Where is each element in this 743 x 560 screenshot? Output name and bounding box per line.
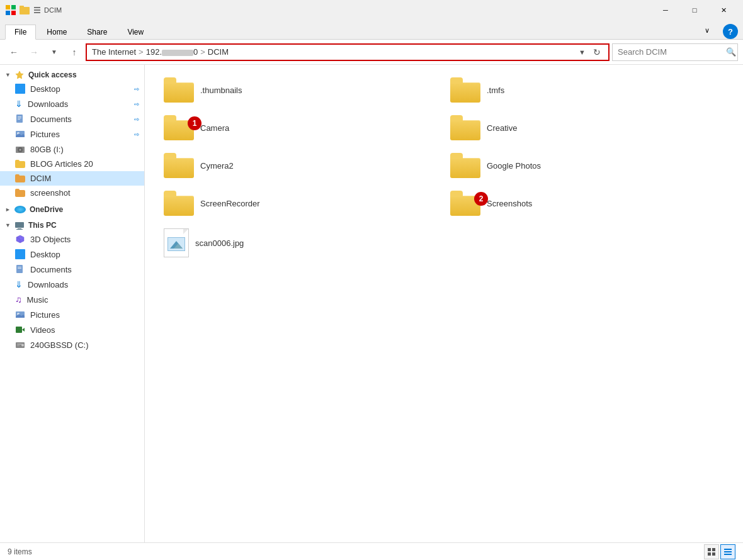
sidebar-item-documents-pc[interactable]: Documents — [0, 262, 144, 277]
back-button[interactable]: ← — [5, 43, 23, 61]
svg-rect-1 — [6, 11, 10, 15]
folder-item-camera[interactable]: 1 Camera — [157, 110, 444, 145]
sidebar-item-screenshot[interactable]: screenshot — [0, 186, 144, 200]
sidebar-item-dcim[interactable]: DCIM — [0, 171, 144, 186]
sidebar-item-pictures-pc[interactable]: Pictures — [0, 307, 144, 322]
sidebar-label-videos: Videos — [30, 325, 55, 335]
pin-icon-pics: ⇨ — [134, 131, 139, 138]
file-item-scan0006[interactable]: scan0006.jpg — [157, 223, 444, 262]
sidebar-header-thispc[interactable]: ▼ This PC — [0, 218, 144, 232]
quick-access-chevron: ▼ — [5, 72, 11, 78]
folder-item-screenshots[interactable]: 2 Screenshots — [444, 186, 730, 221]
sidebar-label-documents-qa: Documents — [30, 115, 72, 124]
folder-name-cymera2: Cymera2 — [200, 161, 234, 171]
pictures-pc-icon — [15, 310, 25, 320]
tab-home[interactable]: Home — [37, 25, 76, 39]
svg-rect-18 — [16, 229, 23, 230]
sidebar-item-desktop-qa[interactable]: Desktop ⇨ — [0, 81, 144, 96]
sidebar-item-downloads-pc[interactable]: ⇓ Downloads — [0, 277, 144, 292]
ssd-icon — [15, 340, 25, 350]
sidebar-label-pictures-qa: Pictures — [30, 130, 60, 139]
address-bar[interactable]: The Internet > 192.0 > DCIM ▼ ↻ — [86, 43, 610, 61]
folder-icon-screenrecorder — [164, 191, 194, 216]
folder-blog-icon — [15, 160, 25, 169]
sidebar-item-3d-objects[interactable]: 3D Objects — [0, 232, 144, 247]
maximize-button[interactable]: □ — [680, 0, 709, 20]
sidebar-item-documents-qa[interactable]: Documents ⇨ — [0, 111, 144, 126]
minimize-button[interactable]: ─ — [651, 0, 680, 20]
sidebar-item-videos[interactable]: Videos — [0, 322, 144, 337]
sidebar-item-pictures-qa[interactable]: Pictures ⇨ — [0, 126, 144, 142]
folder-item-tmfs[interactable]: .tmfs — [444, 72, 730, 108]
sidebar-item-music[interactable]: ♫ Music — [0, 292, 144, 307]
folder-item-cymera2[interactable]: Cymera2 — [157, 148, 444, 183]
svg-marker-6 — [16, 71, 23, 79]
sidebar-item-downloads-qa[interactable]: ⇓ Downloads ⇨ — [0, 96, 144, 111]
address-dropdown-button[interactable]: ▼ — [576, 48, 588, 56]
sidebar-header-quick-access[interactable]: ▼ Quick access — [0, 67, 144, 81]
sidebar-header-onedrive[interactable]: ► OneDrive — [0, 203, 144, 215]
sidebar-label-blog: BLOG Articles 20 — [30, 159, 93, 169]
tab-share[interactable]: Share — [77, 25, 116, 39]
close-button[interactable]: ✕ — [709, 0, 738, 20]
svg-rect-28 — [17, 345, 20, 346]
view-grid-button[interactable] — [704, 544, 719, 559]
sidebar-item-blog[interactable]: BLOG Articles 20 — [0, 157, 144, 171]
tab-view[interactable]: View — [118, 25, 153, 39]
sidebar-label-music: Music — [27, 295, 48, 305]
folder-item-creative[interactable]: Creative — [444, 110, 730, 145]
status-item-count: 9 items — [8, 547, 32, 556]
folder-screenshot-icon — [15, 189, 25, 198]
folder-name-camera: Camera — [200, 123, 229, 133]
help-button[interactable]: ? — [723, 24, 738, 39]
sidebar-label-dcim: DCIM — [30, 174, 51, 183]
search-input[interactable] — [618, 47, 723, 57]
svg-rect-32 — [708, 552, 711, 556]
downloads-icon: ⇓ — [15, 99, 23, 109]
address-part-internet: The Internet > 192.0 > DCIM — [92, 47, 229, 57]
address-refresh-button[interactable]: ↻ — [591, 47, 603, 57]
videos-icon — [15, 325, 25, 335]
pin-icon-downloads: ⇨ — [134, 101, 139, 108]
folder-item-googlephotos[interactable]: Google Photos — [444, 148, 730, 183]
desktop-pc-icon — [15, 249, 25, 259]
badge-screenshots: 2 — [474, 192, 488, 206]
ribbon-tabs: File Home Share View ∨ ? — [0, 20, 743, 39]
svg-rect-9 — [18, 118, 21, 118]
sidebar-section-onedrive: ► OneDrive — [0, 203, 144, 215]
folder-name-thumbnails: .thumbnails — [200, 86, 242, 95]
up-button[interactable]: ↑ — [65, 43, 83, 61]
view-buttons — [704, 544, 735, 559]
sidebar-label-docs-pc: Documents — [30, 265, 72, 274]
sidebar-label-desktop-pc: Desktop — [30, 250, 60, 259]
sidebar-item-240gb[interactable]: 240GBSSD (C:) — [0, 337, 144, 352]
address-sep-1: > — [139, 47, 144, 57]
tab-file[interactable]: File — [5, 25, 36, 40]
folder-item-screenrecorder[interactable]: ScreenRecorder — [157, 186, 444, 221]
folder-icon-googlephotos — [450, 153, 480, 178]
thispc-icon — [14, 220, 25, 230]
svg-rect-30 — [708, 548, 711, 551]
window-controls: ─ □ ✕ — [651, 0, 738, 20]
sidebar-item-desktop-pc[interactable]: Desktop — [0, 247, 144, 262]
onedrive-label: OneDrive — [30, 205, 63, 214]
svg-point-29 — [21, 344, 24, 347]
svg-rect-0 — [6, 5, 10, 9]
title-bar-icons: DCIM — [5, 4, 62, 16]
forward-button[interactable]: → — [25, 43, 43, 61]
ribbon-expand-button[interactable]: ∨ — [693, 21, 722, 39]
svg-rect-20 — [18, 267, 21, 267]
svg-rect-19 — [16, 265, 23, 273]
sidebar-label-240gb: 240GBSSD (C:) — [30, 340, 88, 350]
main-layout: ▼ Quick access Desktop ⇨ ⇓ Downloads ⇨ — [0, 65, 743, 543]
recent-button[interactable]: ▼ — [45, 43, 63, 61]
search-icon: 🔍 — [726, 47, 736, 57]
badge-camera: 1 — [188, 116, 201, 130]
view-list-button[interactable] — [720, 544, 735, 559]
sidebar-item-80gb[interactable]: 80GB (I:) — [0, 142, 144, 157]
svg-rect-24 — [16, 327, 22, 333]
image-file-icon-scan0006 — [164, 228, 189, 257]
address-dcim: DCIM — [208, 47, 229, 57]
thispc-label: This PC — [28, 221, 57, 230]
folder-item-thumbnails[interactable]: .thumbnails — [157, 72, 444, 108]
